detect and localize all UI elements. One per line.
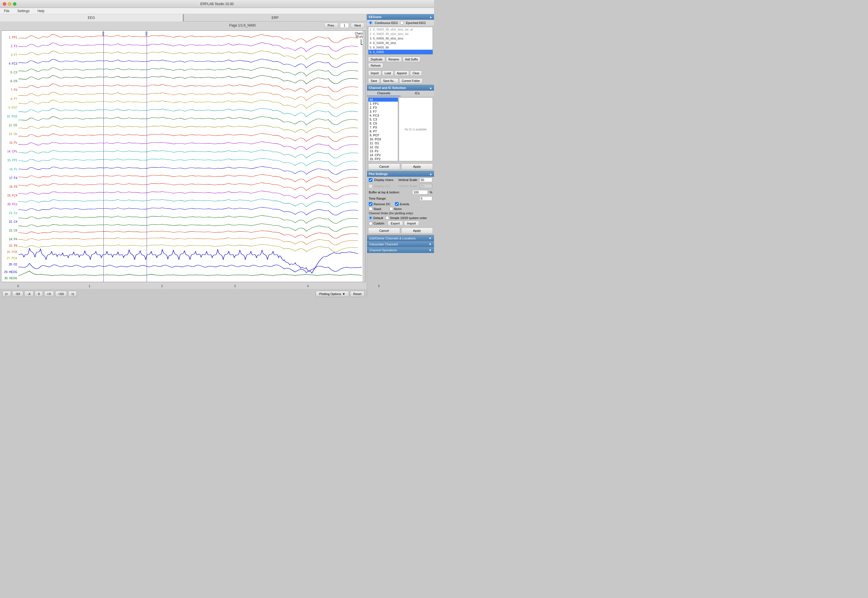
settings-apply-button[interactable]: Apply — [401, 227, 433, 234]
import-custom-button[interactable]: Import — [404, 221, 419, 226]
channel-apply-button[interactable]: Apply — [401, 163, 433, 170]
eegset-list: 1. 6_N400_filt_elist_bins_be_ar 2. 6_N40… — [368, 27, 433, 54]
custom-order-radio[interactable] — [369, 222, 372, 225]
epoched-eeg-radio[interactable] — [400, 21, 404, 25]
edit-delete-channels-section[interactable]: Edit/Delete Channels & Locations ▼ — [367, 235, 434, 241]
eeg-type-selector: Continuous EEG Epoched EEG — [367, 20, 434, 26]
chan-all[interactable]: All — [369, 98, 398, 102]
vline-1 — [103, 31, 104, 282]
import-button[interactable]: Import — [368, 70, 381, 76]
settings-cancel-button[interactable]: Cancel — [368, 227, 400, 234]
chan-fp2[interactable]: 15. FP2 — [369, 157, 398, 161]
time-tick-1: 1 — [89, 285, 90, 288]
nav-end-button[interactable]: >| — [68, 291, 77, 297]
chan-po7[interactable]: 9. PO7 — [369, 133, 398, 137]
nav-zero-button[interactable]: 0 — [35, 291, 43, 297]
menu-help[interactable]: Help — [36, 9, 46, 13]
maximize-button[interactable] — [13, 2, 16, 6]
chan-label-c3: 5. C3 — [10, 71, 17, 74]
time-tick-5: 5 — [378, 285, 380, 288]
current-folder-button[interactable]: Current Folder — [399, 78, 423, 84]
display-chans-checkbox[interactable] — [369, 178, 372, 182]
chan-fp1[interactable]: 1. FP1 — [369, 102, 398, 106]
chan-c5[interactable]: 6. C5 — [369, 121, 398, 126]
time-range-row: Time Range: 5 — [367, 195, 434, 202]
channel-operations-section[interactable]: Channel Operations ▼ — [367, 247, 434, 253]
chan-oz[interactable]: 12. Oz — [369, 145, 398, 149]
tab-eeg[interactable]: EEG — [0, 14, 183, 21]
tabs-bar: EEG ERP — [0, 14, 367, 21]
plotting-options-button[interactable]: Plotting Options ▼ — [316, 291, 349, 297]
channels-tab[interactable]: Channels — [367, 91, 401, 96]
nav-plus5x-button[interactable]: +5X — [55, 291, 67, 297]
chan-o1[interactable]: 11. O1 — [369, 141, 398, 145]
eegsets-section: EEGsets ▲ Continuous EEG Epoched EEG 1. … — [367, 14, 434, 85]
chans-scale-input[interactable]: 50 — [420, 178, 432, 182]
eegset-item-3[interactable]: 3. 6_N400_filt_elist_bins — [369, 36, 433, 41]
channel-cancel-button[interactable]: Cancel — [368, 163, 400, 170]
chan-po3[interactable]: 10. PO3 — [369, 137, 398, 141]
menu-file[interactable]: File — [2, 9, 11, 13]
norm-checkbox[interactable] — [389, 207, 393, 211]
add-suffix-button[interactable]: Add Suffix — [403, 57, 420, 62]
collapse-icon-3[interactable]: ▲ — [429, 172, 432, 176]
ics-scale-input[interactable]: 20 — [420, 184, 432, 188]
rename-button[interactable]: Rename — [386, 57, 402, 62]
clear-button[interactable]: Clear — [410, 70, 422, 76]
close-button[interactable] — [3, 2, 6, 6]
buffer-input[interactable]: 100 — [412, 190, 428, 194]
nav-plusx-button[interactable]: +X — [44, 291, 54, 297]
remove-dc-checkbox[interactable] — [369, 202, 372, 206]
display-ics-checkbox[interactable] — [369, 184, 372, 188]
chan-pz[interactable]: 13. Pz — [369, 149, 398, 153]
next-button[interactable]: Next — [351, 22, 364, 28]
chan-c3[interactable]: 5. C3 — [369, 117, 398, 121]
time-range-input[interactable]: 5 — [420, 196, 432, 201]
events-checkbox[interactable] — [395, 202, 399, 206]
chan-p3[interactable]: 7. P3 — [369, 126, 398, 129]
default-order-radio[interactable] — [369, 216, 372, 220]
window-controls[interactable] — [3, 2, 16, 6]
collapse-icon[interactable]: ▲ — [429, 15, 432, 19]
collapse-icon-2[interactable]: ▲ — [429, 86, 432, 90]
save-button[interactable]: Save — [368, 78, 380, 84]
eegset-item-6[interactable]: 6. 6_N400 — [369, 50, 433, 54]
custom-order-row: Custom Export Import — [367, 220, 434, 226]
nav-start-button[interactable]: |< — [2, 291, 11, 297]
chan-f3[interactable]: 2. F3 — [369, 106, 398, 109]
eegset-buttons-row2: Import Load Append Clear — [367, 69, 434, 77]
chan-f7[interactable]: 3. F7 — [369, 109, 398, 114]
minimize-button[interactable] — [8, 2, 11, 6]
prev-button[interactable]: Prev. — [324, 22, 339, 28]
scroll-indicator[interactable] — [363, 31, 365, 282]
stack-checkbox[interactable] — [369, 207, 372, 211]
chan-label-o1: 11. O1 — [9, 124, 17, 127]
menu-settings[interactable]: Settings — [15, 9, 31, 13]
ics-tab[interactable]: ICs — [401, 91, 434, 96]
export-button[interactable]: Export — [388, 221, 403, 226]
eegset-item-2[interactable]: 2. 6_N400_filt_elist_bins_be — [369, 31, 433, 36]
save-as-button[interactable]: Save As... — [381, 78, 399, 84]
nav-minusx-button[interactable]: -X — [24, 291, 34, 297]
refresh-button[interactable]: Refresh — [368, 63, 383, 68]
interpolate-channels-section[interactable]: Interpolate Channels ▼ — [367, 241, 434, 247]
eegset-item-4[interactable]: 4. 6_N400_filt_elist — [369, 41, 433, 45]
chan-cpz[interactable]: 14. CPz — [369, 153, 398, 157]
reset-button[interactable]: Reset — [350, 291, 364, 297]
eegset-item-1[interactable]: 1. 6_N400_filt_elist_bins_be_ar — [369, 27, 433, 31]
chan-label-oz: 12. Oz — [9, 132, 17, 136]
simple-order-radio[interactable] — [385, 216, 389, 220]
page-input[interactable]: 1 — [340, 23, 349, 28]
chan-p7[interactable]: 8. P7 — [369, 129, 398, 133]
eegset-item-5[interactable]: 5. 6_N400_filt — [369, 45, 433, 50]
nav-minus5x-button[interactable]: -5X — [12, 291, 23, 297]
tab-erp[interactable]: ERP — [184, 14, 367, 21]
chan-label-cz: 21. Cz — [9, 211, 17, 215]
chan-label-f7: 3. F7 — [11, 53, 17, 57]
load-button[interactable]: Load — [382, 70, 393, 76]
continuous-eeg-radio[interactable] — [369, 21, 372, 25]
chan-label-c5: 6. C5 — [10, 79, 17, 83]
chan-fc3[interactable]: 4. FC3 — [369, 114, 398, 117]
append-button[interactable]: Append — [394, 70, 409, 76]
duplicate-button[interactable]: Duplicate — [368, 57, 385, 62]
